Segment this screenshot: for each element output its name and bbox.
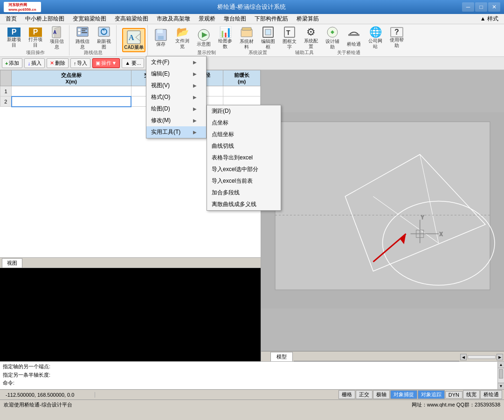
project-info-button[interactable]: A 项目信息 <box>47 26 67 49</box>
toolbar-group-misc: 保存 📂 文件浏览 示意图 📊 绘图参数 系统材料 <box>149 25 409 55</box>
cmd-scroll-up[interactable]: ▲ <box>498 362 504 368</box>
submenu-export-excel[interactable]: 表格导出到excel <box>207 152 281 164</box>
menubar: 首页 中小桥上部绘图 变宽箱梁绘图 变高箱梁绘图 市政及高架墩 景观桥 墩台绘图… <box>0 14 504 24</box>
lineweight-status[interactable]: 线宽 <box>463 390 480 399</box>
osnap-status[interactable]: 对象捕捉 <box>390 390 417 399</box>
menu-landscape[interactable]: 景观桥 <box>195 14 219 24</box>
menu-lower-rebar[interactable]: 下部构件配筋 <box>251 14 292 24</box>
polar-status[interactable]: 极轴 <box>373 390 390 399</box>
route-group-label: 路线信息 <box>84 49 103 57</box>
submenu-add-polyline[interactable]: 加合多段线 <box>207 187 281 199</box>
bridge-flow-icon <box>347 28 360 41</box>
app-logo: 河东软件网www.pc6559.cn <box>4 2 41 12</box>
input-x-1[interactable] <box>14 88 129 94</box>
save-icon <box>154 28 167 41</box>
submenu-export-excel-label: 表格导出到excel <box>212 154 253 162</box>
col-num <box>0 70 12 86</box>
cmd-scroll-down[interactable]: ▼ <box>498 383 504 389</box>
submenu-curve-tangent[interactable]: 曲线切线 <box>207 140 281 152</box>
cad-panel: X Y <box>261 70 504 361</box>
add-point-button[interactable]: + 添加 <box>2 58 22 68</box>
frame-text-button[interactable]: T 图框文字 <box>279 26 300 49</box>
open-project-button[interactable]: P 打开项目 <box>25 26 46 49</box>
scroll-right-button[interactable]: ▶ <box>497 354 503 360</box>
status-buttons: 栅格 正交 极轴 对象捕捉 对象追踪 DYN 线宽 桥绘通 <box>338 390 502 399</box>
menu-variable-height[interactable]: 变高箱梁绘图 <box>111 14 152 24</box>
menu-urban-pier[interactable]: 市政及高架墩 <box>153 14 194 24</box>
file-browser-button[interactable]: 📂 文件浏览 <box>172 26 193 49</box>
cad-buttons: A CAD菜单 <box>122 26 145 54</box>
bridge-status[interactable]: 桥绘通 <box>480 390 502 399</box>
menu-tools[interactable]: 实用工具(T) ▶ <box>146 126 206 138</box>
menu-modify[interactable]: 修改(M) ▶ <box>146 115 206 126</box>
svg-rect-20 <box>242 28 251 30</box>
insert-icon: ↓ <box>28 61 30 66</box>
submenu-point-group-coords[interactable]: 点组坐标 <box>207 129 281 140</box>
cad-statusbar: -112.500000, 168.500000, 0.0 栅格 正交 极轴 对象… <box>0 389 504 399</box>
menu-modify-label: 修改(M) <box>151 117 171 124</box>
draw-params-button[interactable]: 📊 绘图参数 <box>215 26 235 49</box>
menu-pier-drawing[interactable]: 墩台绘图 <box>220 14 250 24</box>
submenu-scatter-curve[interactable]: 离散曲线成多义线 <box>207 199 281 210</box>
refresh-view-button[interactable]: 刷新视图 <box>94 26 114 49</box>
menu-edit[interactable]: 编辑(E) ▶ <box>146 68 206 80</box>
import-button[interactable]: ↑ 导入 <box>70 58 91 68</box>
edit-frame-button[interactable]: 编辑图框 <box>258 26 278 49</box>
bridge-flow-button[interactable]: 桥绘通 <box>344 26 364 49</box>
new-project-button[interactable]: P 新建项目 <box>4 26 24 49</box>
grid-status[interactable]: 栅格 <box>338 390 355 399</box>
cell-x-1[interactable] <box>12 86 131 96</box>
minimize-button[interactable]: ─ <box>462 2 474 12</box>
cmd-scrollbar: ▲ ▼ <box>497 362 504 389</box>
cmd-scroll-thumb[interactable] <box>499 369 503 379</box>
save-button[interactable]: 保存 <box>151 26 171 49</box>
menu-style[interactable]: ▲ 样式 <box>476 14 502 24</box>
cad-canvas[interactable]: X Y <box>261 70 504 351</box>
menu-variable-box[interactable]: 变宽箱梁绘图 <box>69 14 110 24</box>
demo-button[interactable]: 示意图 <box>193 26 214 49</box>
help-button[interactable]: ? 使用帮助 <box>387 26 407 49</box>
submenu-import-excel-cur[interactable]: 导入excel当前表 <box>207 175 281 187</box>
col-l: 前缓长(m) <box>223 70 261 86</box>
submenu-point-coords[interactable]: 点坐标 <box>207 117 281 129</box>
insert-point-button[interactable]: ↓ 插入 <box>24 58 45 68</box>
menu-format[interactable]: 格式(O) ▶ <box>146 91 206 103</box>
menu-home[interactable]: 首页 <box>2 14 21 24</box>
nav-tab-view[interactable]: 视图 <box>2 258 22 268</box>
menu-bridge-calc[interactable]: 桥梁算筋 <box>293 14 323 24</box>
otrack-status[interactable]: 对象追踪 <box>418 390 445 399</box>
cad-menu-button[interactable]: A CAD菜单 <box>122 28 145 52</box>
project-info-icon: A <box>50 26 63 39</box>
cad-menu-icon: A <box>126 30 141 45</box>
materials-button[interactable]: 系统材料 <box>236 26 257 49</box>
more-button[interactable]: ▲ 要... <box>122 58 144 68</box>
close-button[interactable]: ✕ <box>488 2 500 12</box>
dyn-status[interactable]: DYN <box>445 391 463 399</box>
svg-text:X: X <box>440 232 443 237</box>
delete-point-button[interactable]: ✕ 删除 <box>47 58 69 68</box>
operate-button[interactable]: ▣ 操作▼ <box>92 58 120 68</box>
command-bar: 指定轴的另一个端点: 指定另一条半轴长度: 命令: ▲ ▼ <box>0 361 504 389</box>
cell-l-1[interactable] <box>223 86 261 96</box>
sys-config-button[interactable]: ⚙ 系统配置 <box>301 26 321 49</box>
input-x-2[interactable] <box>14 99 129 104</box>
scroll-left-button[interactable]: ◀ <box>460 354 467 360</box>
delete-label: 删除 <box>55 60 65 67</box>
cell-x-2[interactable] <box>12 96 131 107</box>
submenu-import-excel-sel[interactable]: 导入excel选中部分 <box>207 164 281 175</box>
window-title: 桥绘通-桥涵综合设计系统 <box>217 3 286 11</box>
route-info-button[interactable]: 路线信息 <box>72 26 93 49</box>
company-site-button[interactable]: 🌐 公司网站 <box>365 26 386 49</box>
cad-tab-model[interactable]: 模型 <box>270 352 293 361</box>
project-info-label: 项目信息 <box>48 39 66 50</box>
menu-draw[interactable]: 绘图(D) ▶ <box>146 103 206 115</box>
submenu-measure[interactable]: 测距(D) <box>207 105 281 117</box>
command-input[interactable] <box>16 380 109 386</box>
menu-upper-bridge[interactable]: 中小桥上部绘图 <box>21 14 68 24</box>
menu-file[interactable]: 文件(F) ▶ <box>146 56 206 68</box>
maximize-button[interactable]: □ <box>475 2 487 12</box>
design-assist-button[interactable]: 设计辅助 <box>322 26 343 49</box>
ortho-status[interactable]: 正交 <box>356 390 373 399</box>
menu-view[interactable]: 视图(V) ▶ <box>146 80 206 91</box>
submenu-point-coords-label: 点坐标 <box>212 119 228 127</box>
